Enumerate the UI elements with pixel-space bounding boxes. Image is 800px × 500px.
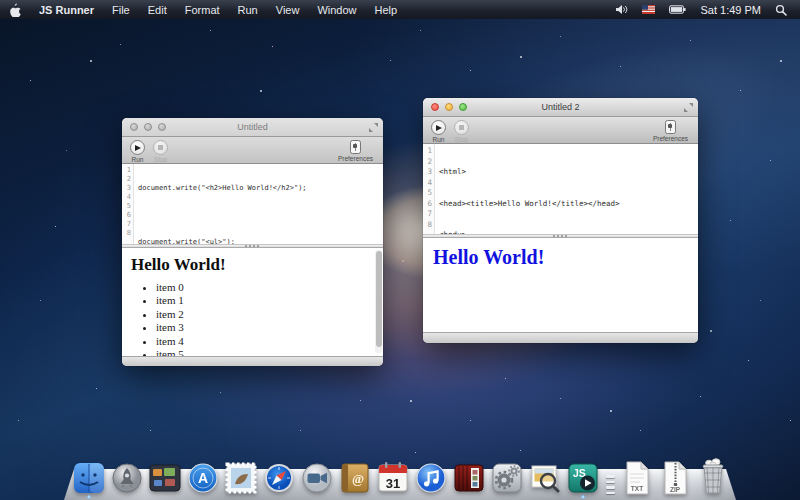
stop-icon: [153, 140, 168, 155]
battery-icon[interactable]: [662, 0, 693, 19]
menu-bar-left: JS Runner File Edit Format Run View Wind…: [0, 0, 406, 19]
js-runner-icon[interactable]: JS: [564, 460, 602, 496]
system-preferences-icon[interactable]: [488, 460, 526, 496]
menu-bar-status: Sat 1:49 PM: [608, 0, 800, 19]
play-icon: [431, 120, 446, 135]
dock-separator: [602, 466, 618, 496]
safari-icon[interactable]: [260, 460, 298, 496]
list-item: item 0: [156, 281, 383, 294]
preview-icon[interactable]: [526, 460, 564, 496]
code-text: document.write("<h2>Hello World!</h2>");…: [134, 164, 383, 244]
fullscreen-icon[interactable]: [369, 123, 378, 132]
preferences-icon: [665, 120, 676, 134]
menu-format[interactable]: Format: [176, 0, 229, 19]
svg-text:A: A: [198, 470, 208, 486]
menu-view[interactable]: View: [267, 0, 309, 19]
window-title: Untitled: [237, 122, 268, 132]
menu-file[interactable]: File: [103, 0, 139, 19]
menu-run[interactable]: Run: [229, 0, 267, 19]
code-line: [138, 211, 383, 220]
svg-text:31: 31: [386, 476, 400, 491]
list-item: item 2: [156, 308, 383, 321]
zoom-button[interactable]: [158, 123, 166, 131]
fullscreen-icon[interactable]: [684, 103, 693, 112]
line-number-gutter: 12 34 56 78: [423, 144, 435, 234]
window-bottom-bar: [423, 332, 698, 343]
minimize-button[interactable]: [445, 103, 453, 111]
code-text: <html> <head><title>Hello World!</title>…: [435, 144, 698, 234]
address-book-icon[interactable]: @: [336, 460, 374, 496]
output-heading: Hello World!: [131, 255, 383, 275]
apple-menu[interactable]: [0, 0, 30, 19]
minimize-button[interactable]: [144, 123, 152, 131]
close-button[interactable]: [130, 123, 138, 131]
dock: A: [0, 442, 800, 500]
svg-text:TXT: TXT: [631, 485, 643, 492]
run-button[interactable]: Run: [130, 140, 145, 163]
line-number-gutter: 12 34 56 78: [122, 164, 134, 244]
mail-icon[interactable]: [222, 460, 260, 496]
code-editor[interactable]: 12 34 56 78 <html> <head><title>Hello Wo…: [423, 144, 698, 234]
preferences-button[interactable]: Preferences: [338, 140, 373, 162]
itunes-icon[interactable]: [412, 460, 450, 496]
list-item: item 5: [156, 348, 383, 356]
finder-icon[interactable]: [70, 460, 108, 496]
spotlight-icon[interactable]: [768, 0, 794, 19]
stop-button[interactable]: Stop: [454, 120, 469, 143]
close-button[interactable]: [431, 103, 439, 111]
list-item: item 1: [156, 294, 383, 307]
facetime-icon[interactable]: [298, 460, 336, 496]
code-line: <html>: [439, 167, 698, 178]
txt-file-icon[interactable]: TXT: [618, 460, 656, 496]
output-view: Hello World!: [423, 238, 698, 332]
code-editor[interactable]: 12 34 56 78 document.write("<h2>Hello Wo…: [122, 164, 383, 244]
launchpad-icon[interactable]: [108, 460, 146, 496]
scrollbar[interactable]: [375, 250, 382, 353]
title-bar[interactable]: Untitled 2: [423, 98, 698, 117]
desktop: JS Runner File Edit Format Run View Wind…: [0, 0, 800, 500]
code-line: <head><title>Hello World!</title></head>: [439, 199, 698, 210]
output-list: item 0 item 1 item 2 item 3 item 4 item …: [156, 281, 383, 356]
output-view: Hello World! item 0 item 1 item 2 item 3…: [122, 248, 383, 356]
menu-clock[interactable]: Sat 1:49 PM: [693, 0, 768, 19]
svg-text:ZIP: ZIP: [670, 486, 681, 493]
photo-booth-icon[interactable]: [450, 460, 488, 496]
zip-file-icon[interactable]: ZIP: [656, 460, 694, 496]
preferences-icon: [350, 140, 361, 154]
window-title: Untitled 2: [541, 102, 579, 112]
toolbar: Run Stop Preferences: [122, 137, 383, 164]
ical-icon[interactable]: 31: [374, 460, 412, 496]
running-indicator: [87, 495, 91, 499]
stop-icon: [454, 120, 469, 135]
zoom-button[interactable]: [459, 103, 467, 111]
menu-help[interactable]: Help: [366, 0, 407, 19]
mission-control-icon[interactable]: [146, 460, 184, 496]
title-bar[interactable]: Untitled: [122, 118, 383, 137]
output-heading: Hello World!: [433, 246, 698, 269]
menu-window[interactable]: Window: [308, 0, 365, 19]
app-menu-title[interactable]: JS Runner: [30, 0, 103, 19]
input-flag-icon[interactable]: [635, 0, 662, 19]
svg-text:@: @: [352, 471, 364, 486]
stop-button[interactable]: Stop: [153, 140, 168, 163]
preferences-button[interactable]: Preferences: [653, 120, 688, 142]
window-untitled-2: Untitled 2 Run Stop Preferences 12 34: [423, 98, 698, 343]
play-icon: [130, 140, 145, 155]
menu-bar: JS Runner File Edit Format Run View Wind…: [0, 0, 800, 19]
trash-icon[interactable]: [694, 456, 732, 496]
volume-icon[interactable]: [608, 0, 635, 19]
code-line: document.write("<h2>Hello World!</h2>");: [138, 184, 383, 193]
window-untitled: Untitled Run Stop Preferences 12 34: [122, 118, 383, 366]
apple-icon: [9, 3, 21, 17]
list-item: item 4: [156, 335, 383, 348]
app-store-icon[interactable]: A: [184, 460, 222, 496]
menu-edit[interactable]: Edit: [139, 0, 176, 19]
list-item: item 3: [156, 321, 383, 334]
running-indicator: [581, 495, 585, 499]
dock-items: A: [70, 456, 732, 496]
traffic-lights: [431, 103, 467, 111]
window-bottom-bar: [122, 356, 383, 366]
toolbar: Run Stop Preferences: [423, 117, 698, 144]
traffic-lights: [130, 123, 166, 131]
run-button[interactable]: Run: [431, 120, 446, 143]
